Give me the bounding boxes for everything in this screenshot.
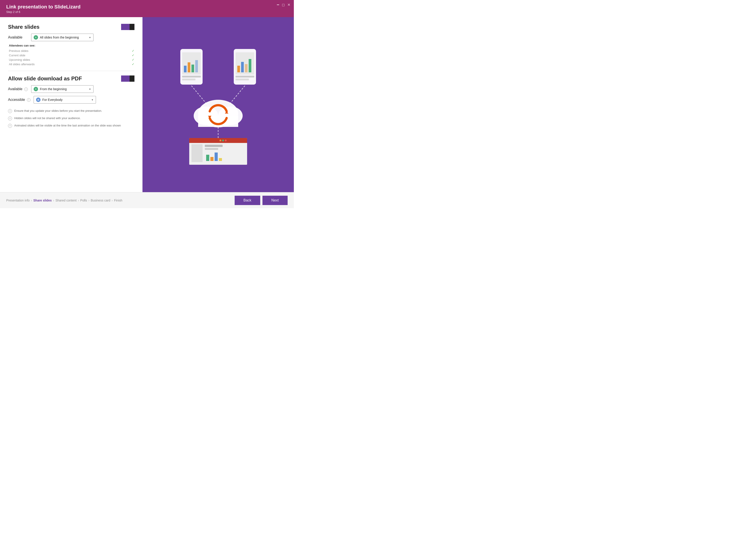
accessible-dropdown[interactable]: For Everybody ▼: [34, 96, 96, 103]
accessible-info-icon[interactable]: i: [27, 98, 31, 102]
dialog-subtitle: Step 2 of 6: [6, 10, 288, 14]
dialog-title: Link presentation to SlideLizard: [6, 4, 288, 10]
info-note-1: i Ensure that you update your slides bef…: [8, 109, 134, 113]
dropdown-play-icon: [34, 35, 38, 40]
pdf-available-option-text: From the beginning: [40, 87, 87, 91]
close-button[interactable]: ✕: [287, 3, 290, 7]
pdf-available-label: Available i: [8, 87, 28, 91]
svg-rect-33: [189, 141, 247, 143]
dropdown-arrow-icon: ▼: [89, 36, 91, 39]
check-icon-1: ✓: [132, 49, 134, 52]
pdf-available-dropdown[interactable]: From the beginning ▼: [31, 85, 94, 93]
svg-rect-11: [195, 60, 198, 72]
breadcrumb-sep-1: ›: [31, 199, 32, 202]
footer-buttons: Back Next: [235, 196, 288, 205]
svg-rect-21: [236, 79, 249, 80]
svg-rect-10: [191, 65, 194, 72]
accessible-option-text: For Everybody: [42, 98, 90, 101]
attendee-item-4: All slides afterwards ✓: [9, 62, 134, 66]
svg-rect-43: [219, 158, 222, 161]
header: Link presentation to SlideLizard Step 2 …: [0, 0, 294, 17]
toggle-track: [121, 24, 134, 30]
available-label: Available: [8, 35, 28, 40]
info-circle-1: i: [8, 109, 12, 113]
attendee-item-2: Current slide ✓: [9, 53, 134, 57]
pdf-toggle-track: [121, 75, 134, 82]
svg-rect-17: [241, 62, 244, 72]
svg-rect-41: [210, 157, 213, 161]
check-icon-3: ✓: [132, 58, 134, 62]
footer: Presentation info › Share slides › Share…: [0, 192, 294, 208]
svg-rect-37: [191, 144, 203, 162]
pdf-section-title: Allow slide download as PDF: [8, 75, 82, 82]
svg-rect-40: [206, 155, 209, 161]
info-circle-3: i: [8, 124, 12, 128]
svg-rect-18: [245, 64, 247, 72]
svg-line-29: [228, 86, 245, 106]
svg-rect-16: [237, 66, 240, 72]
attendee-item-3: Upcoming slides ✓: [9, 57, 134, 62]
minimize-button[interactable]: ━: [277, 3, 279, 7]
svg-rect-20: [236, 76, 254, 77]
info-circle-2: i: [8, 116, 12, 121]
back-button[interactable]: Back: [235, 196, 261, 205]
accessible-label: Accessible i: [8, 98, 31, 102]
svg-point-5: [38, 99, 39, 99]
available-option-text: All slides from the beginning: [40, 36, 87, 39]
main-content: Share slides Available All slides from t…: [0, 17, 294, 192]
breadcrumb-sep-3: ›: [78, 199, 79, 202]
attendee-label-2: Current slide: [9, 54, 25, 57]
pdf-dropdown-play-icon: [34, 87, 38, 91]
breadcrumb-sep-5: ›: [112, 199, 113, 202]
svg-line-28: [191, 86, 208, 106]
pdf-dropdown-arrow-icon: ▼: [89, 88, 91, 90]
breadcrumb-sep-2: ›: [53, 199, 54, 202]
svg-rect-12: [182, 76, 201, 77]
info-note-2: i Hidden slides will not be shared with …: [8, 116, 134, 121]
window-controls: ━ ◻ ✕: [277, 3, 290, 7]
attendee-label-3: Upcoming slides: [9, 58, 30, 62]
breadcrumb-item-finish[interactable]: Finish: [114, 199, 122, 202]
svg-point-35: [222, 140, 224, 141]
attendees-section: Attendees can see: Previous slides ✓ Cur…: [8, 44, 134, 66]
svg-point-4: [38, 99, 38, 99]
breadcrumb-item-presentation-info[interactable]: Presentation info: [6, 199, 30, 202]
pdf-section-header: Allow slide download as PDF: [8, 75, 134, 82]
left-panel: Share slides Available All slides from t…: [0, 17, 143, 192]
check-icon-4: ✓: [132, 62, 134, 66]
breadcrumb-item-shared-content[interactable]: Shared content: [55, 199, 76, 202]
restore-button[interactable]: ◻: [282, 3, 285, 7]
breadcrumb-item-polls[interactable]: Polls: [80, 199, 87, 202]
svg-point-34: [219, 140, 221, 141]
next-button[interactable]: Next: [263, 196, 288, 205]
share-slides-section-header: Share slides: [8, 24, 134, 30]
info-note-text-1: Ensure that you update your slides befor…: [14, 109, 102, 113]
pdf-available-row: Available i From the beginning ▼: [8, 85, 134, 93]
illustration-svg: [167, 42, 269, 167]
svg-rect-9: [188, 62, 190, 72]
available-dropdown[interactable]: All slides from the beginning ▼: [31, 34, 94, 41]
share-slides-title: Share slides: [8, 24, 40, 30]
breadcrumb-item-business-card[interactable]: Business card: [91, 199, 110, 202]
section-divider: [8, 71, 134, 71]
svg-rect-13: [182, 79, 195, 80]
right-panel: [143, 17, 294, 192]
info-notes-section: i Ensure that you update your slides bef…: [8, 109, 134, 128]
breadcrumb-item-share-slides[interactable]: Share slides: [33, 199, 52, 202]
accessible-dropdown-people-icon: [36, 98, 41, 102]
available-row: Available All slides from the beginning …: [8, 34, 134, 41]
attendee-label-1: Previous slides: [9, 49, 28, 52]
check-icon-2: ✓: [132, 53, 134, 57]
accessible-dropdown-arrow-icon: ▼: [91, 99, 94, 101]
share-slides-toggle[interactable]: [121, 24, 134, 30]
svg-rect-19: [249, 59, 251, 72]
pdf-toggle[interactable]: [121, 75, 134, 82]
svg-rect-38: [205, 145, 223, 147]
breadcrumb-sep-4: ›: [88, 199, 90, 202]
svg-rect-39: [205, 148, 218, 150]
attendees-can-see-label: Attendees can see:: [9, 44, 134, 47]
info-note-text-2: Hidden slides will not be shared with yo…: [14, 116, 81, 120]
available-info-icon[interactable]: i: [24, 88, 28, 91]
accessible-row: Accessible i For Everybody ▼: [8, 96, 134, 103]
info-note-3: i Animated slides will be visible at the…: [8, 124, 134, 128]
